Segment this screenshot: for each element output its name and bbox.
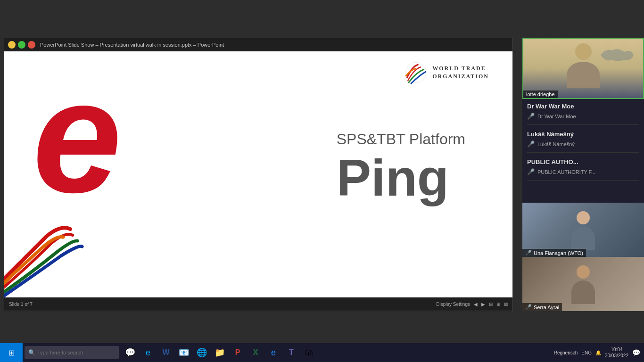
network-label: Regnerisch (554, 350, 578, 355)
participants-list[interactable]: Dr War War Moe 🎤 Dr War War Moe Lukáš Ná… (522, 99, 644, 203)
participant-main-name-3: PUBLIC AUTHO... (527, 158, 639, 165)
mic-icon-3: 🎤 (527, 168, 535, 175)
slide-content: WORLD TRADE ORGANIZATION e SPS&TBT Platf… (4, 51, 512, 297)
close-button[interactable] (28, 41, 35, 49)
taskbar-icon-browser[interactable]: 🌐 (194, 345, 209, 360)
una-silhouette (571, 211, 595, 249)
mic-icon-1: 🎤 (527, 113, 535, 120)
serra-silhouette (571, 265, 595, 303)
taskbar-icon-excel[interactable]: X (248, 345, 263, 360)
taskbar-date-display: 30/03/2022 (605, 353, 628, 359)
window-title: PowerPoint Slide Show – Presentation vir… (40, 42, 509, 48)
wto-swirls-decoration (4, 222, 108, 297)
slide-count: Slide 1 of 7 (9, 302, 33, 307)
eping-text-container: SPS&TBT Platform Ping (337, 131, 465, 204)
mic-icon-2: 🎤 (527, 140, 535, 148)
taskbar-icon-ie[interactable]: e (266, 345, 281, 360)
ppt-titlebar: PowerPoint Slide Show – Presentation vir… (4, 38, 512, 51)
next-slide-btn[interactable]: ▶ (481, 302, 485, 307)
language-label: ENG (581, 350, 592, 355)
search-icon: 🔍 (28, 349, 35, 356)
participant-sub-name-1: Dr War War Moe (537, 114, 576, 119)
video-name-serra: 🎤 Serra Ayral (522, 303, 562, 311)
una-mic-icon: 🎤 (525, 250, 532, 256)
system-tray: Regnerisch ENG 🔔 10:04 30/03/2022 💬 (554, 346, 644, 359)
taskbar-time-display: 10:04 (605, 346, 628, 353)
video-una-flanagan: 🎤 Una Flanagan (WTO) (522, 203, 644, 257)
taskbar-icon-store[interactable]: 🛍 (302, 345, 317, 360)
search-box[interactable]: 🔍 (25, 346, 119, 359)
desktop: PowerPoint Slide Show – Presentation vir… (0, 0, 644, 362)
sps-tbt-text: SPS&TBT Platform (337, 131, 465, 148)
view-normal-btn[interactable]: ⊟ (489, 302, 493, 307)
taskbar-app-icons: 💬 e W 📧 🌐 📁 P X e T 🛍 (123, 345, 317, 360)
notifications-btn[interactable]: 💬 (632, 349, 640, 356)
powerpoint-window: PowerPoint Slide Show – Presentation vir… (4, 38, 513, 311)
taskbar-icon-word[interactable]: W (158, 345, 173, 360)
taskbar-icon-outlook[interactable]: 📧 (176, 345, 191, 360)
divider-3 (527, 180, 639, 181)
participant-main-name-1: Dr War War Moe (527, 103, 639, 110)
participant-sub-1: 🎤 Dr War War Moe (527, 112, 639, 121)
wto-logo: WORLD TRADE ORGANIZATION (404, 61, 489, 84)
participant-dr-war-war-moe: Dr War War Moe 🎤 Dr War War Moe (522, 99, 644, 123)
divider-2 (527, 152, 639, 153)
serra-mic-icon: 🎤 (525, 304, 532, 310)
prev-slide-btn[interactable]: ◀ (474, 302, 478, 307)
video-name-una: 🎤 Una Flanagan (WTO) (522, 249, 586, 257)
participant-sub-3: 🎤 PUBLIC AUTHORITY F... (527, 167, 639, 176)
taskbar-icon-cortana[interactable]: 💬 (123, 345, 138, 360)
divider-1 (527, 124, 639, 125)
video-name-lotte: lotte drieghe (523, 90, 558, 98)
display-settings-label: Display Settings (436, 302, 470, 307)
search-input[interactable] (37, 350, 113, 355)
ppt-status-bar: Slide 1 of 7 Display Settings ◀ ▶ ⊟ ⊞ ⊠ (4, 297, 512, 311)
taskbar-icon-explorer[interactable]: 📁 (212, 345, 227, 360)
taskbar: ⊞ 🔍 💬 e W 📧 🌐 📁 P X e T 🛍 Regnerisch ENG… (0, 343, 644, 362)
participant-lukas: Lukáš Námešný 🎤 Lukáš Námešný (522, 127, 644, 150)
start-button[interactable]: ⊞ (0, 343, 23, 362)
maximize-button[interactable] (18, 41, 25, 49)
taskbar-clock: 10:04 30/03/2022 (605, 346, 628, 359)
ppt-view-controls: Display Settings ◀ ▶ ⊟ ⊞ ⊠ (436, 302, 508, 307)
minimize-button[interactable] (8, 41, 16, 49)
windows-logo-icon: ⊞ (8, 348, 15, 357)
participant-public-authority: PUBLIC AUTHO... 🎤 PUBLIC AUTHORITY F... (522, 155, 644, 178)
video-serra-ayral: 🎤 Serra Ayral (522, 257, 644, 311)
video-background (523, 39, 643, 98)
video-lotte-drieghe: lotte drieghe (522, 38, 644, 99)
eping-e-letter: e (33, 56, 122, 216)
view-grid-btn[interactable]: ⊞ (496, 302, 500, 307)
participant-sub-2: 🎤 Lukáš Námešný (527, 140, 639, 148)
taskbar-icon-edge[interactable]: e (140, 345, 156, 360)
participants-panel: lotte drieghe Dr War War Moe 🎤 Dr War Wa… (522, 38, 644, 311)
wto-globe-icon (404, 61, 428, 84)
taskbar-icon-ppt[interactable]: P (230, 345, 245, 360)
participant-main-name-2: Lukáš Námešný (527, 131, 639, 138)
ping-text: Ping (337, 152, 465, 204)
wto-text: WORLD TRADE ORGANIZATION (432, 65, 489, 81)
view-reading-btn[interactable]: ⊠ (504, 302, 508, 307)
participant-sub-name-3: PUBLIC AUTHORITY F... (537, 169, 595, 175)
participant-sub-name-2: Lukáš Námešný (537, 141, 575, 147)
taskbar-icon-teams[interactable]: T (284, 345, 299, 360)
notification-icon[interactable]: 🔔 (595, 350, 601, 355)
